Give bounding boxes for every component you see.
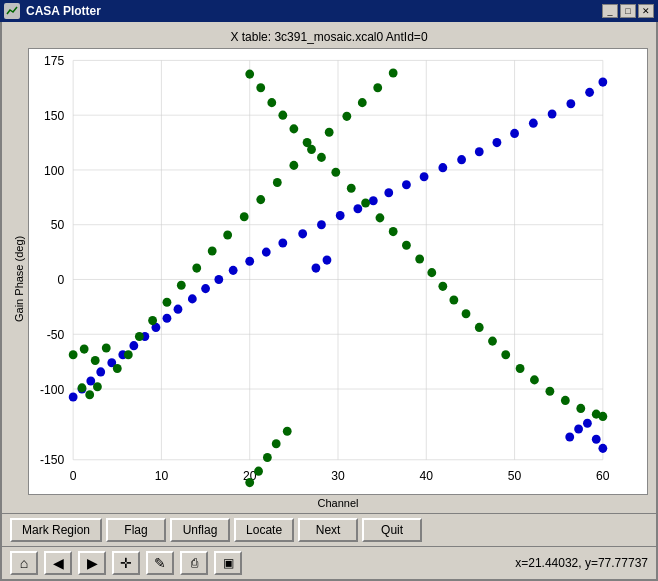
svg-point-94 (545, 387, 554, 396)
svg-point-64 (585, 88, 594, 97)
svg-point-106 (148, 316, 157, 325)
svg-point-92 (516, 364, 525, 373)
svg-point-99 (69, 350, 78, 359)
forward-button[interactable]: ▶ (78, 551, 106, 575)
svg-point-45 (245, 257, 254, 266)
svg-point-66 (565, 432, 574, 441)
svg-point-58 (475, 147, 484, 156)
svg-point-81 (376, 213, 385, 222)
svg-point-126 (312, 264, 321, 273)
svg-point-118 (342, 112, 351, 121)
svg-point-107 (163, 298, 172, 307)
svg-point-114 (273, 178, 282, 187)
svg-point-101 (91, 356, 100, 365)
svg-point-105 (135, 332, 144, 341)
mark-region-button[interactable]: Mark Region (10, 518, 102, 542)
svg-point-57 (457, 155, 466, 164)
plot-title: X table: 3c391_mosaic.xcal0 AntId=0 (10, 30, 648, 44)
svg-point-116 (307, 145, 316, 154)
svg-point-129 (263, 453, 272, 462)
svg-point-30 (69, 392, 78, 401)
svg-text:50: 50 (508, 469, 522, 483)
quit-button[interactable]: Quit (362, 518, 422, 542)
svg-point-75 (289, 124, 298, 133)
svg-point-55 (420, 172, 429, 181)
forward-icon: ▶ (87, 555, 98, 571)
unflag-button[interactable]: Unflag (170, 518, 230, 542)
crosshair-icon: ✛ (120, 555, 132, 571)
svg-text:150: 150 (44, 109, 64, 123)
svg-text:100: 100 (44, 163, 64, 177)
maximize-button[interactable]: □ (620, 4, 636, 18)
close-button[interactable]: ✕ (638, 4, 654, 18)
svg-point-123 (85, 390, 94, 399)
svg-point-100 (80, 345, 89, 354)
svg-text:175: 175 (44, 54, 64, 68)
svg-point-42 (201, 284, 210, 293)
svg-point-54 (402, 180, 411, 189)
svg-point-84 (415, 254, 424, 263)
svg-point-48 (298, 229, 307, 238)
flag-button[interactable]: Flag (106, 518, 166, 542)
svg-point-53 (384, 188, 393, 197)
svg-point-122 (78, 383, 87, 392)
save-button[interactable]: ▣ (214, 551, 242, 575)
svg-point-36 (129, 341, 138, 350)
locate-button[interactable]: Locate (234, 518, 294, 542)
svg-point-98 (598, 412, 607, 421)
svg-point-63 (566, 99, 575, 108)
svg-point-65 (598, 78, 607, 87)
svg-point-71 (245, 70, 254, 79)
svg-point-130 (272, 439, 281, 448)
print-button[interactable]: ⎙ (180, 551, 208, 575)
edit-button[interactable]: ✎ (146, 551, 174, 575)
svg-point-113 (256, 195, 265, 204)
svg-text:-150: -150 (40, 453, 64, 467)
svg-point-90 (488, 337, 497, 346)
svg-point-117 (325, 128, 334, 137)
svg-point-50 (336, 211, 345, 220)
svg-point-104 (124, 350, 133, 359)
crosshair-button[interactable]: ✛ (112, 551, 140, 575)
window-title: CASA Plotter (26, 4, 596, 18)
toolbar: Mark Region Flag Unflag Locate Next Quit (2, 513, 656, 546)
svg-point-43 (214, 275, 223, 284)
svg-point-77 (317, 153, 326, 162)
status-bar: ⌂ ◀ ▶ ✛ ✎ ⎙ ▣ x=21.44032, y=77.77737 (2, 546, 656, 579)
svg-point-60 (510, 129, 519, 138)
svg-point-59 (493, 138, 502, 147)
app-icon (4, 3, 20, 19)
plot-container: Gain Phase (deg) (10, 48, 648, 509)
svg-point-39 (163, 314, 172, 323)
svg-text:60: 60 (596, 469, 610, 483)
next-button[interactable]: Next (298, 518, 358, 542)
svg-text:40: 40 (420, 469, 434, 483)
svg-point-69 (592, 435, 601, 444)
svg-point-96 (576, 404, 585, 413)
svg-point-86 (438, 282, 447, 291)
title-bar: CASA Plotter _ □ ✕ (0, 0, 658, 22)
svg-point-128 (254, 467, 263, 476)
svg-point-112 (240, 212, 249, 221)
home-icon: ⌂ (20, 555, 28, 571)
svg-point-73 (267, 98, 276, 107)
svg-point-40 (174, 305, 183, 314)
svg-point-51 (353, 204, 362, 213)
svg-point-89 (475, 323, 484, 332)
svg-text:30: 30 (331, 469, 345, 483)
svg-point-109 (192, 264, 201, 273)
svg-point-91 (501, 350, 510, 359)
svg-point-82 (389, 227, 398, 236)
svg-point-85 (427, 268, 436, 277)
svg-point-41 (188, 294, 197, 303)
svg-text:-100: -100 (40, 382, 64, 396)
chart-plot[interactable]: 175 150 100 50 0 -50 -100 -150 0 10 20 3… (28, 48, 648, 495)
back-button[interactable]: ◀ (44, 551, 72, 575)
svg-point-125 (323, 256, 332, 265)
svg-point-110 (208, 246, 217, 255)
svg-point-127 (245, 478, 254, 487)
svg-point-62 (548, 109, 557, 118)
svg-point-108 (177, 281, 186, 290)
minimize-button[interactable]: _ (602, 4, 618, 18)
home-button[interactable]: ⌂ (10, 551, 38, 575)
